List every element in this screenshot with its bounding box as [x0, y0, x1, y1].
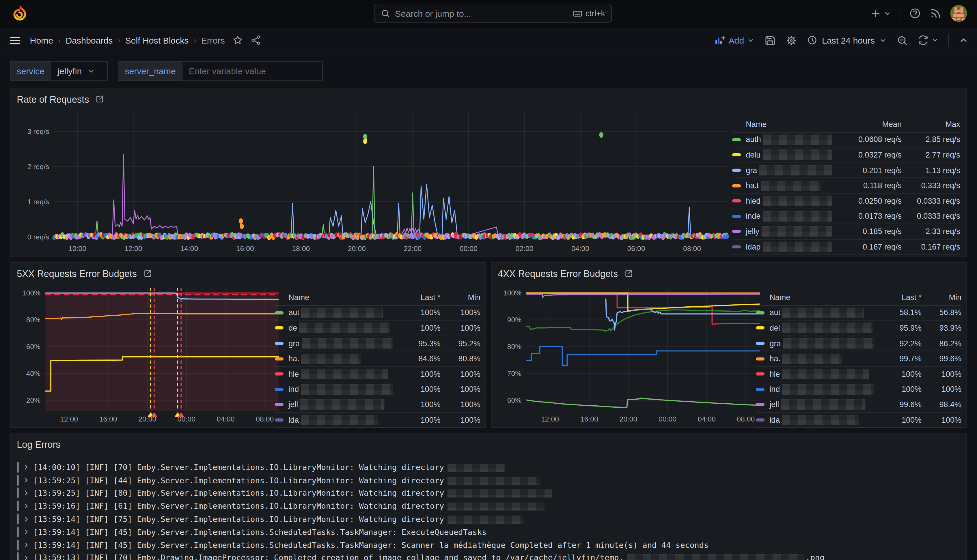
- legend-header-value2[interactable]: Max: [902, 120, 960, 129]
- time-range-picker[interactable]: Last 24 hours: [807, 35, 887, 46]
- svg-text:00:00: 00:00: [658, 415, 676, 423]
- external-link-icon[interactable]: [624, 269, 633, 278]
- series-name[interactable]: hle: [275, 369, 393, 379]
- panel-title[interactable]: 5XX Requests Error Budgets: [17, 268, 137, 279]
- log-line[interactable]: [13:59:14] [INF] [75] Emby.Server.Implem…: [17, 513, 960, 526]
- rate-of-requests-chart[interactable]: 10:0012:0014:0016:0018:0020:0022:0000:00…: [15, 107, 732, 255]
- legend-row[interactable]: aut100%100%: [275, 305, 480, 321]
- series-name[interactable]: hled: [732, 196, 832, 206]
- series-name[interactable]: delu: [732, 150, 832, 160]
- save-dashboard-button[interactable]: [765, 35, 776, 46]
- series-name[interactable]: gra: [756, 338, 874, 349]
- series-name[interactable]: ind: [756, 384, 874, 395]
- legend-header-name[interactable]: Name: [732, 120, 832, 129]
- log-lines-list: [14:00:10] [INF] [70] Emby.Server.Implem…: [11, 452, 967, 560]
- series-name[interactable]: auth: [732, 135, 832, 145]
- add-button[interactable]: Add: [714, 35, 755, 46]
- legend-row[interactable]: auth0.0608 req/s2.85 req/s: [732, 132, 960, 148]
- panel-title[interactable]: Log Errors: [17, 438, 60, 449]
- legend-header-value1[interactable]: Last *: [874, 293, 922, 302]
- legend-row[interactable]: ind100%100%: [756, 382, 961, 397]
- refresh-button[interactable]: [918, 35, 938, 46]
- series-name[interactable]: ldap: [732, 242, 832, 252]
- series-name[interactable]: jell: [275, 399, 393, 410]
- legend-row[interactable]: hled0.0250 req/s0.0333 req/s: [732, 193, 960, 209]
- dashboard-settings-button[interactable]: [786, 35, 797, 46]
- breadcrumb-item[interactable]: Home: [30, 35, 53, 45]
- legend-header-name[interactable]: Name: [756, 293, 874, 302]
- legend-row[interactable]: ha.99.7%99.6%: [756, 352, 961, 367]
- legend-row[interactable]: del95.9%93.9%: [756, 321, 961, 336]
- legend-row[interactable]: jelly0.185 req/s2.33 req/s: [732, 224, 960, 240]
- legend-header-value2[interactable]: Min: [922, 293, 961, 302]
- series-name[interactable]: jelly: [732, 226, 832, 237]
- legend-row[interactable]: hle100%100%: [756, 367, 961, 382]
- zoom-out-button[interactable]: [897, 35, 908, 46]
- series-name[interactable]: aut: [756, 308, 874, 318]
- kiosk-collapse-button[interactable]: [959, 35, 968, 45]
- 5xx-error-budgets-chart[interactable]: 12:0016:0020:0000:0004:0008:0020%40%60%8…: [15, 282, 284, 426]
- series-name[interactable]: lda: [275, 415, 393, 425]
- series-name[interactable]: ha.: [275, 353, 393, 364]
- series-name[interactable]: de: [275, 323, 393, 333]
- series-name[interactable]: inde: [732, 211, 832, 222]
- share-icon[interactable]: [251, 35, 261, 46]
- series-name[interactable]: ind: [275, 384, 393, 395]
- series-name[interactable]: gra: [732, 165, 832, 176]
- external-link-icon[interactable]: [95, 95, 104, 103]
- log-line[interactable]: [13:59:25] [INF] [80] Emby.Server.Implem…: [17, 487, 960, 500]
- series-name[interactable]: lda: [756, 415, 874, 425]
- global-search[interactable]: ctrl+k: [374, 4, 612, 23]
- log-line[interactable]: [13:59:14] [INF] [45] Emby.Server.Implem…: [17, 525, 960, 538]
- series-name[interactable]: jell: [756, 399, 874, 410]
- legend-row[interactable]: lda100%100%: [275, 413, 480, 428]
- grafana-logo[interactable]: [11, 5, 27, 22]
- legend-row[interactable]: inde0.0173 req/s0.0333 req/s: [732, 209, 960, 224]
- series-name[interactable]: del: [756, 323, 874, 333]
- legend-row[interactable]: gra92.2%86.2%: [756, 336, 961, 352]
- log-line[interactable]: [13:59:14] [INF] [45] Emby.Server.Implem…: [17, 538, 960, 551]
- legend-row[interactable]: hle100%100%: [275, 367, 480, 382]
- log-line[interactable]: [13:59:25] [INF] [44] Emby.Server.Implem…: [17, 474, 960, 487]
- series-name[interactable]: gra: [275, 338, 393, 349]
- legend-header-value2[interactable]: Min: [441, 293, 480, 302]
- legend-row[interactable]: lda100%100%: [756, 413, 961, 428]
- log-line[interactable]: [14:00:10] [INF] [70] Emby.Server.Implem…: [17, 461, 960, 474]
- legend-row[interactable]: gra0.201 req/s1.13 req/s: [732, 163, 960, 178]
- legend-row[interactable]: aut58.1%56.8%: [756, 305, 961, 321]
- legend-row[interactable]: ind100%100%: [275, 382, 480, 397]
- series-name[interactable]: ha.: [756, 353, 874, 364]
- legend-row[interactable]: jell99.6%98.4%: [756, 397, 961, 413]
- help-button[interactable]: [909, 8, 921, 19]
- new-button[interactable]: [870, 8, 891, 19]
- user-avatar[interactable]: [950, 5, 967, 22]
- log-line[interactable]: [13:59:16] [INF] [61] Emby.Server.Implem…: [17, 500, 960, 513]
- legend-row[interactable]: delu0.0327 req/s2.77 req/s: [732, 148, 960, 163]
- star-icon[interactable]: [232, 35, 243, 46]
- legend-row[interactable]: gra95.3%95.2%: [275, 336, 480, 352]
- mega-menu-toggle[interactable]: [9, 34, 21, 47]
- log-line[interactable]: [13:59:13] [INF] [70] Emby.Drawing.Image…: [17, 551, 960, 560]
- series-name[interactable]: aut: [275, 308, 393, 318]
- variable-select-service[interactable]: jellyfin: [51, 61, 108, 81]
- breadcrumb-item[interactable]: Self Host Blocks: [125, 35, 189, 45]
- legend-row[interactable]: ldap0.167 req/s0.167 req/s: [732, 240, 960, 255]
- legend-header-name[interactable]: Name: [275, 293, 393, 302]
- legend-row[interactable]: jell100%100%: [275, 397, 480, 413]
- panel-title[interactable]: 4XX Requests Error Budgets: [498, 268, 618, 279]
- series-name[interactable]: ha.t: [732, 180, 832, 191]
- 4xx-error-budgets-chart[interactable]: 12:0016:0020:0000:0004:0008:0060%70%80%9…: [496, 282, 765, 426]
- external-link-icon[interactable]: [143, 269, 152, 278]
- panel-title[interactable]: Rate of Requests: [17, 94, 89, 105]
- search-input[interactable]: [395, 8, 567, 18]
- news-icon[interactable]: [930, 8, 942, 19]
- breadcrumb-item[interactable]: Dashboards: [65, 35, 113, 45]
- series-name[interactable]: hle: [756, 369, 874, 379]
- legend-header-value1[interactable]: Last *: [393, 293, 441, 302]
- legend-row[interactable]: ha.84.6%80.8%: [275, 352, 480, 367]
- rate-legend-table: NameMeanMaxauth0.0608 req/s2.85 req/sdel…: [732, 117, 960, 255]
- variable-input-server-name[interactable]: [182, 61, 323, 81]
- legend-row[interactable]: de100%100%: [275, 321, 480, 336]
- legend-header-value1[interactable]: Mean: [832, 120, 902, 129]
- legend-row[interactable]: ha.t0.118 req/s0.333 req/s: [732, 178, 960, 193]
